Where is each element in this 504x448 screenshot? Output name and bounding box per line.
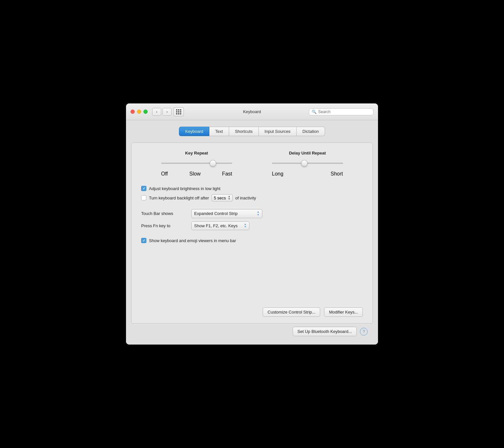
tab-dictation[interactable]: Dictation [297,127,325,136]
content-area: Keyboard Text Shortcuts Input Sources Di… [126,120,378,345]
minimize-button[interactable] [137,110,141,114]
search-input[interactable] [318,110,371,114]
brightness-checkbox[interactable]: ✓ [141,186,146,191]
grid-icon [176,109,181,114]
touchbar-shows-dropdown[interactable]: Expanded Control Strip ▲ ▼ [191,209,262,218]
key-repeat-label-off: Off [161,171,168,177]
backlight-suffix-label: of inactivity [235,196,256,200]
tab-keyboard[interactable]: Keyboard [179,127,209,136]
touchbar-shows-value: Expanded Control Strip [194,211,237,216]
press-fn-label: Press Fn key to [141,223,188,228]
press-fn-value: Show F1, F2, etc. Keys [194,223,237,228]
window-title: Keyboard [243,109,261,114]
touchbar-section: Touch Bar shows Expanded Control Strip ▲… [141,209,363,230]
bluetooth-keyboard-button[interactable]: Set Up Bluetooth Keyboard... [293,327,357,336]
modifier-keys-button[interactable]: Modifier Keys... [324,307,363,317]
tab-shortcuts[interactable]: Shortcuts [229,127,259,136]
titlebar: ‹ › Keyboard 🔍 [126,103,378,120]
customize-control-strip-button[interactable]: Customize Control Strip... [263,307,320,317]
checkboxes-section: ✓ Adjust keyboard brightness in low ligh… [141,186,363,201]
touchbar-shows-label: Touch Bar shows [141,211,188,216]
maximize-button[interactable] [143,110,148,114]
brightness-checkbox-row: ✓ Adjust keyboard brightness in low ligh… [141,186,363,191]
key-repeat-label: Key Repeat [185,151,208,155]
key-repeat-slider[interactable] [161,163,232,164]
bottom-buttons: Customize Control Strip... Modifier Keys… [263,307,363,317]
traffic-lights [131,110,148,114]
delay-repeat-sublabels: Long Short [272,171,343,177]
delay-repeat-slider[interactable] [272,163,343,164]
delay-repeat-label-short: Short [331,171,343,177]
nav-buttons: ‹ › [152,108,172,116]
brightness-checkbox-label: Adjust keyboard brightness in low light [149,186,220,191]
press-fn-dropdown[interactable]: Show F1, F2, etc. Keys ▲ ▼ [191,221,249,230]
forward-button[interactable]: › [163,108,172,116]
key-repeat-label-slow: Slow [189,171,201,177]
keyboard-preferences-window: ‹ › Keyboard 🔍 Keyboard Text Shortcuts I… [126,103,378,345]
sliders-row: Key Repeat Off Slow Fast Delay Until Rep… [141,151,363,177]
backlight-checkbox-row: Turn keyboard backlight off after 5 secs… [141,194,363,201]
check-icon: ✓ [142,187,145,191]
tab-text[interactable]: Text [209,127,229,136]
emoji-viewer-label: Show keyboard and emoji viewers in menu … [149,238,236,243]
dropdown-down-icon: ▼ [257,214,259,217]
press-fn-down-icon: ▼ [244,226,247,229]
key-repeat-label-fast: Fast [222,171,232,177]
delay-repeat-label: Delay Until Repeat [289,151,326,155]
emoji-check-icon: ✓ [142,239,145,243]
close-button[interactable] [131,110,135,114]
backlight-checkbox[interactable] [141,195,146,200]
back-button[interactable]: ‹ [152,108,161,116]
touchbar-dropdown-arrows[interactable]: ▲ ▼ [257,211,259,217]
press-fn-row: Press Fn key to Show F1, F2, etc. Keys ▲… [141,221,363,230]
search-box[interactable]: 🔍 [309,108,373,115]
inactivity-dropdown[interactable]: 5 secs ▲ ▼ [212,194,233,201]
stepper-down-icon[interactable]: ▼ [228,198,230,200]
help-button[interactable]: ? [360,328,368,336]
press-fn-dropdown-arrows[interactable]: ▲ ▼ [244,223,247,229]
delay-repeat-group: Delay Until Repeat Long Short [272,151,343,177]
grid-button[interactable] [173,107,184,116]
emoji-viewer-checkbox[interactable]: ✓ [141,238,146,243]
delay-repeat-slider-wrapper [272,159,343,167]
keyboard-panel: Key Repeat Off Slow Fast Delay Until Rep… [131,143,373,324]
tab-input-sources[interactable]: Input Sources [259,127,297,136]
key-repeat-slider-wrapper [161,159,232,167]
inactivity-stepper[interactable]: ▲ ▼ [228,195,230,200]
inactivity-value: 5 secs [214,196,226,200]
delay-repeat-label-long: Long [272,171,284,177]
search-icon: 🔍 [312,110,317,114]
touchbar-shows-row: Touch Bar shows Expanded Control Strip ▲… [141,209,363,218]
emoji-viewer-checkbox-row: ✓ Show keyboard and emoji viewers in men… [141,238,363,243]
tabs: Keyboard Text Shortcuts Input Sources Di… [131,127,373,136]
key-repeat-group: Key Repeat Off Slow Fast [161,151,232,177]
backlight-prefix-label: Turn keyboard backlight off after [149,196,209,200]
footer-bar: Set Up Bluetooth Keyboard... ? [131,324,373,339]
key-repeat-sublabels: Off Slow Fast [161,171,232,177]
